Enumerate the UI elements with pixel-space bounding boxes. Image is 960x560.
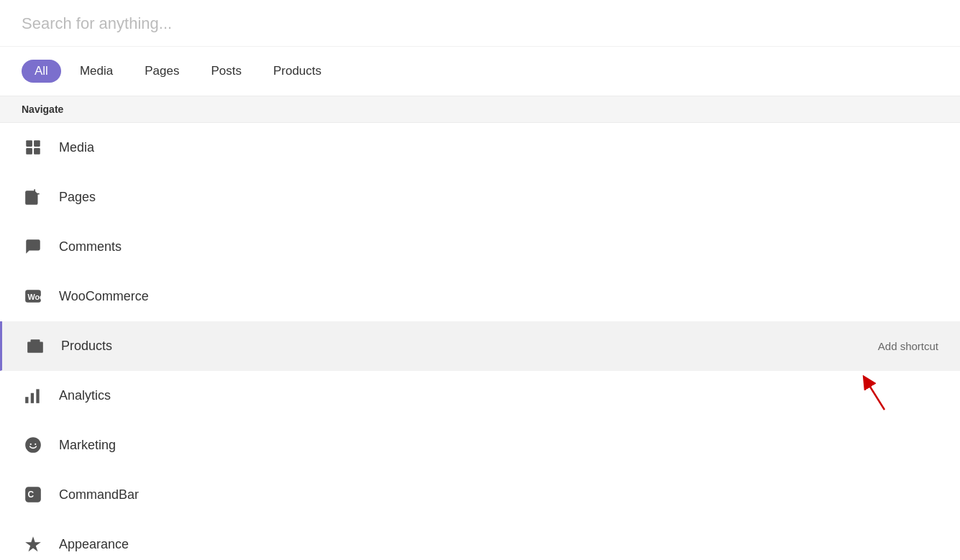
svg-rect-8	[25, 397, 28, 403]
search-input[interactable]	[22, 14, 938, 33]
svg-rect-3	[34, 148, 40, 155]
svg-rect-0	[26, 140, 32, 147]
nav-item-commandbar-label: CommandBar	[59, 487, 139, 502]
nav-item-comments[interactable]: Comments	[0, 222, 960, 272]
nav-item-media-label: Media	[59, 140, 94, 155]
nav-item-comments-label: Comments	[59, 239, 122, 254]
nav-item-pages-label: Pages	[59, 190, 96, 205]
marketing-icon	[22, 433, 45, 456]
appearance-icon	[22, 533, 45, 556]
tab-all[interactable]: All	[22, 60, 61, 83]
nav-item-woocommerce-label: WooCommerce	[59, 289, 149, 304]
svg-point-12	[35, 444, 36, 445]
pages-icon	[22, 185, 45, 208]
search-bar	[0, 0, 960, 47]
nav-item-commandbar[interactable]: C CommandBar	[0, 470, 960, 520]
nav-item-woocommerce[interactable]: Woo WooCommerce	[0, 272, 960, 321]
nav-list: Media Pages Comments Woo WooCommerce	[0, 123, 960, 560]
nav-item-appearance[interactable]: Appearance	[0, 520, 960, 560]
analytics-icon	[22, 384, 45, 407]
section-navigate: Navigate	[0, 96, 960, 123]
nav-item-appearance-label: Appearance	[59, 537, 129, 552]
svg-rect-10	[36, 389, 39, 403]
nav-item-analytics[interactable]: Analytics	[0, 371, 960, 421]
nav-item-media[interactable]: Media	[0, 123, 960, 173]
svg-rect-9	[31, 393, 34, 403]
filter-tabs: All Media Pages Posts Products	[0, 47, 960, 96]
nav-item-products-label: Products	[61, 339, 112, 354]
woocommerce-icon: Woo	[22, 285, 45, 308]
tab-posts[interactable]: Posts	[198, 60, 255, 83]
svg-text:C: C	[27, 490, 34, 500]
tab-products[interactable]: Products	[260, 60, 334, 83]
add-shortcut-button[interactable]: Add shortcut	[878, 340, 938, 352]
svg-rect-1	[34, 140, 40, 147]
svg-rect-2	[26, 148, 32, 155]
media-icon	[22, 136, 45, 159]
nav-item-analytics-label: Analytics	[59, 388, 111, 403]
svg-rect-6	[27, 342, 43, 353]
commandbar-icon: C	[22, 483, 45, 506]
nav-item-marketing-label: Marketing	[59, 438, 116, 453]
comments-icon	[22, 235, 45, 258]
nav-item-marketing[interactable]: Marketing	[0, 421, 960, 470]
tab-pages[interactable]: Pages	[132, 60, 192, 83]
products-icon	[24, 334, 47, 357]
svg-rect-7	[31, 339, 40, 342]
nav-item-pages[interactable]: Pages	[0, 173, 960, 222]
svg-point-11	[30, 444, 32, 445]
nav-item-products[interactable]: Products Add shortcut	[0, 321, 960, 371]
svg-text:Woo: Woo	[27, 293, 42, 301]
tab-media[interactable]: Media	[67, 60, 126, 83]
